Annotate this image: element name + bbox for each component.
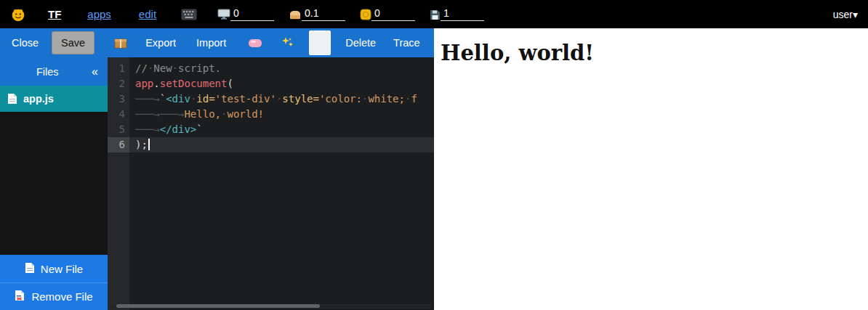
file-list-item-appjs[interactable]: app.js [0, 86, 108, 112]
brand-link[interactable]: TF [48, 8, 61, 20]
code-line[interactable]: 1//·New·script. [108, 61, 434, 76]
monitor-icon [217, 9, 230, 20]
code-line[interactable]: 4───→───→Hello,·world! [108, 107, 434, 122]
sparkles-icon[interactable] [281, 36, 294, 49]
keyboard-icon[interactable] [181, 9, 197, 20]
code-line[interactable]: 3───→`<div·id='test-div'·style='color:·w… [108, 91, 434, 107]
floppy-icon [430, 9, 441, 20]
stat-coin: 0 [360, 8, 415, 21]
nav-link-apps[interactable]: apps [87, 8, 111, 20]
floppy-stat-field[interactable]: 1 [441, 8, 484, 21]
line-number: 1 [108, 61, 129, 76]
code-text: ───→───→Hello,·world! [129, 107, 264, 122]
export-button[interactable]: Export [145, 37, 176, 49]
app-preview: Hello, world! [434, 28, 868, 310]
code-text: ───→`<div·id='test-div'·style='color:·wh… [129, 91, 417, 107]
new-file-button[interactable]: New File [0, 255, 108, 282]
collapse-panel-button[interactable]: « [92, 65, 98, 78]
package-icon[interactable] [113, 36, 128, 49]
topbar: TF apps edit 0 [0, 0, 868, 28]
remove-file-icon [15, 290, 25, 303]
user-menu[interactable]: user▾ [833, 9, 858, 20]
files-panel-title: Files [36, 66, 59, 78]
soap-icon[interactable] [248, 38, 262, 48]
smiley-icon[interactable] [10, 7, 26, 23]
code-text: ); [129, 137, 150, 152]
code-line[interactable]: 6); [108, 137, 434, 152]
text-cursor [148, 139, 150, 150]
code-text: //·New·script. [129, 61, 221, 76]
new-file-icon [25, 262, 35, 276]
coin-icon [360, 9, 371, 20]
trace-button[interactable]: Trace [393, 37, 420, 49]
code-editor[interactable]: 1//·New·script.2app.setDocument(3───→`<d… [108, 57, 434, 310]
nav-link-edit[interactable]: edit [139, 8, 156, 20]
close-button[interactable]: Close [12, 37, 39, 49]
monitor-stat-field[interactable]: 0 [230, 8, 274, 21]
delete-button[interactable]: Delete [345, 37, 376, 49]
preview-heading: Hello, world! [441, 41, 868, 65]
code-line[interactable]: 2app.setDocument( [108, 76, 434, 91]
file-name: app.js [23, 93, 54, 105]
scrollbar-thumb[interactable] [116, 304, 320, 308]
document-icon [7, 93, 17, 105]
stat-floppy: 1 [430, 8, 484, 21]
code-line[interactable]: 5───→</div>` [108, 122, 434, 137]
bread-icon [289, 9, 302, 20]
blank-button[interactable] [309, 30, 331, 55]
save-button[interactable]: Save [52, 31, 95, 54]
line-number: 5 [108, 122, 129, 137]
line-number: 3 [108, 91, 129, 107]
new-file-label: New File [41, 263, 83, 275]
line-number: 2 [108, 76, 129, 91]
import-button[interactable]: Import [196, 37, 226, 49]
remove-file-button[interactable]: Remove File [0, 282, 108, 310]
line-number: 4 [108, 107, 129, 122]
code-text: app.setDocument( [129, 76, 233, 91]
horizontal-scrollbar[interactable] [110, 304, 431, 309]
stat-bread: 0.1 [289, 8, 345, 21]
line-number: 6 [108, 137, 129, 152]
code-lines: 1//·New·script.2app.setDocument(3───→`<d… [108, 57, 434, 152]
files-panel-header: Files « [0, 57, 108, 86]
file-list: app.js [0, 86, 108, 255]
editor-toolbar: Close Save Export Import Delete Trace [0, 28, 434, 57]
coin-stat-field[interactable]: 0 [371, 8, 415, 21]
stat-monitor: 0 [217, 8, 274, 21]
file-actions: New File Remove File [0, 255, 108, 310]
code-text: ───→</div>` [129, 122, 203, 137]
bread-stat-field[interactable]: 0.1 [302, 8, 345, 21]
remove-file-label: Remove File [31, 290, 92, 303]
